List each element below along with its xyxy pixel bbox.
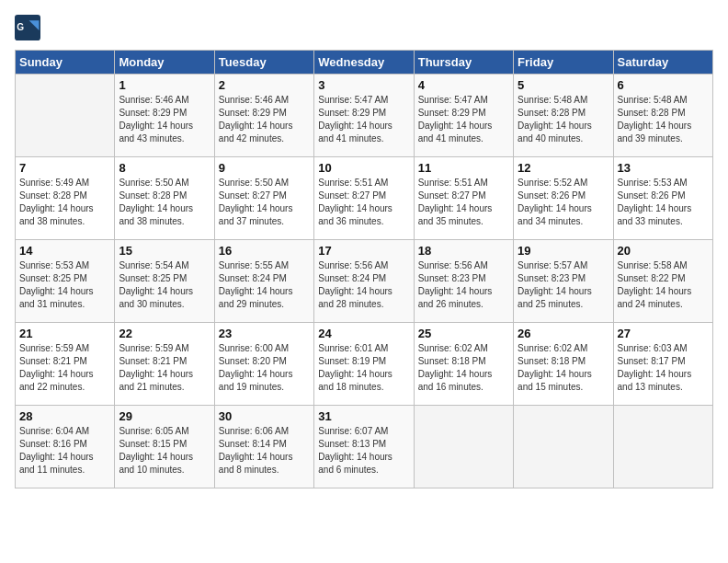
day-number: 9	[219, 161, 310, 175]
weekday-header: Monday	[115, 51, 214, 75]
calendar-cell: 1Sunrise: 5:46 AMSunset: 8:29 PMDaylight…	[115, 75, 214, 157]
day-info: Sunrise: 5:50 AMSunset: 8:27 PMDaylight:…	[219, 177, 310, 228]
day-number: 7	[19, 161, 110, 175]
calendar-table: SundayMondayTuesdayWednesdayThursdayFrid…	[15, 50, 713, 488]
logo: G	[15, 15, 44, 40]
day-info: Sunrise: 5:59 AMSunset: 8:21 PMDaylight:…	[19, 342, 110, 394]
day-number: 14	[19, 244, 110, 258]
day-number: 18	[418, 244, 509, 258]
day-number: 21	[19, 327, 110, 340]
day-info: Sunrise: 6:06 AMSunset: 8:14 PMDaylight:…	[219, 425, 310, 477]
day-info: Sunrise: 5:47 AMSunset: 8:29 PMDaylight:…	[418, 94, 509, 145]
day-info: Sunrise: 5:54 AMSunset: 8:25 PMDaylight:…	[119, 259, 210, 311]
calendar-cell: 21Sunrise: 5:59 AMSunset: 8:21 PMDayligh…	[16, 323, 115, 406]
day-number: 8	[119, 161, 210, 175]
logo-icon: G	[15, 15, 40, 40]
calendar-cell: 19Sunrise: 5:57 AMSunset: 8:23 PMDayligh…	[514, 240, 613, 323]
calendar-cell: 10Sunrise: 5:51 AMSunset: 8:27 PMDayligh…	[314, 157, 414, 240]
day-info: Sunrise: 5:50 AMSunset: 8:28 PMDaylight:…	[119, 177, 210, 228]
day-info: Sunrise: 6:07 AMSunset: 8:13 PMDaylight:…	[318, 425, 409, 477]
calendar-cell	[613, 406, 712, 488]
day-number: 25	[418, 327, 509, 340]
day-number: 19	[518, 244, 609, 258]
day-number: 17	[318, 244, 409, 258]
day-info: Sunrise: 5:46 AMSunset: 8:29 PMDaylight:…	[119, 94, 210, 145]
day-info: Sunrise: 5:49 AMSunset: 8:28 PMDaylight:…	[19, 177, 110, 228]
day-info: Sunrise: 6:05 AMSunset: 8:15 PMDaylight:…	[119, 425, 210, 477]
day-info: Sunrise: 6:04 AMSunset: 8:16 PMDaylight:…	[19, 425, 110, 477]
calendar-cell: 4Sunrise: 5:47 AMSunset: 8:29 PMDaylight…	[414, 75, 513, 157]
calendar-cell: 15Sunrise: 5:54 AMSunset: 8:25 PMDayligh…	[115, 240, 214, 323]
day-number: 12	[518, 161, 609, 175]
calendar-cell: 8Sunrise: 5:50 AMSunset: 8:28 PMDaylight…	[115, 157, 214, 240]
calendar-cell: 6Sunrise: 5:48 AMSunset: 8:28 PMDaylight…	[613, 75, 712, 157]
day-number: 28	[19, 409, 110, 423]
day-info: Sunrise: 6:02 AMSunset: 8:18 PMDaylight:…	[418, 342, 509, 394]
day-number: 31	[318, 409, 409, 423]
weekday-header: Wednesday	[314, 51, 414, 75]
day-info: Sunrise: 5:47 AMSunset: 8:29 PMDaylight:…	[318, 94, 409, 145]
calendar-cell	[414, 406, 513, 488]
day-number: 20	[618, 244, 709, 258]
day-info: Sunrise: 5:48 AMSunset: 8:28 PMDaylight:…	[618, 94, 709, 145]
calendar-cell: 25Sunrise: 6:02 AMSunset: 8:18 PMDayligh…	[414, 323, 513, 406]
calendar-cell: 22Sunrise: 5:59 AMSunset: 8:21 PMDayligh…	[115, 323, 214, 406]
svg-text:G: G	[17, 22, 24, 32]
day-number: 26	[518, 327, 609, 340]
weekday-header: Sunday	[16, 51, 115, 75]
day-info: Sunrise: 5:48 AMSunset: 8:28 PMDaylight:…	[518, 94, 609, 145]
day-number: 1	[119, 78, 210, 92]
calendar-week-row: 1Sunrise: 5:46 AMSunset: 8:29 PMDaylight…	[16, 75, 713, 157]
calendar-cell: 11Sunrise: 5:51 AMSunset: 8:27 PMDayligh…	[414, 157, 513, 240]
day-info: Sunrise: 5:59 AMSunset: 8:21 PMDaylight:…	[119, 342, 210, 394]
day-number: 24	[318, 327, 409, 340]
calendar-cell: 9Sunrise: 5:50 AMSunset: 8:27 PMDaylight…	[214, 157, 313, 240]
calendar-cell: 18Sunrise: 5:56 AMSunset: 8:23 PMDayligh…	[414, 240, 513, 323]
calendar-cell: 2Sunrise: 5:46 AMSunset: 8:29 PMDaylight…	[214, 75, 313, 157]
day-info: Sunrise: 6:02 AMSunset: 8:18 PMDaylight:…	[518, 342, 609, 394]
day-number: 16	[219, 244, 310, 258]
day-info: Sunrise: 6:01 AMSunset: 8:19 PMDaylight:…	[318, 342, 409, 394]
day-number: 5	[518, 78, 609, 92]
day-info: Sunrise: 5:51 AMSunset: 8:27 PMDaylight:…	[318, 177, 409, 228]
calendar-cell: 7Sunrise: 5:49 AMSunset: 8:28 PMDaylight…	[16, 157, 115, 240]
calendar-cell: 16Sunrise: 5:55 AMSunset: 8:24 PMDayligh…	[214, 240, 313, 323]
day-number: 4	[418, 78, 509, 92]
calendar-cell: 17Sunrise: 5:56 AMSunset: 8:24 PMDayligh…	[314, 240, 414, 323]
day-number: 29	[119, 409, 210, 423]
day-info: Sunrise: 6:03 AMSunset: 8:17 PMDaylight:…	[618, 342, 709, 394]
calendar-week-row: 14Sunrise: 5:53 AMSunset: 8:25 PMDayligh…	[16, 240, 713, 323]
day-number: 10	[318, 161, 409, 175]
calendar-cell: 26Sunrise: 6:02 AMSunset: 8:18 PMDayligh…	[514, 323, 613, 406]
weekday-header: Tuesday	[214, 51, 313, 75]
day-number: 6	[618, 78, 709, 92]
calendar-cell: 28Sunrise: 6:04 AMSunset: 8:16 PMDayligh…	[16, 406, 115, 488]
day-number: 27	[618, 327, 709, 340]
calendar-cell: 12Sunrise: 5:52 AMSunset: 8:26 PMDayligh…	[514, 157, 613, 240]
day-number: 15	[119, 244, 210, 258]
day-number: 11	[418, 161, 509, 175]
calendar-cell	[16, 75, 115, 157]
weekday-header: Thursday	[414, 51, 513, 75]
calendar-cell: 14Sunrise: 5:53 AMSunset: 8:25 PMDayligh…	[16, 240, 115, 323]
calendar-cell: 23Sunrise: 6:00 AMSunset: 8:20 PMDayligh…	[214, 323, 313, 406]
day-info: Sunrise: 5:53 AMSunset: 8:25 PMDaylight:…	[19, 259, 110, 311]
day-info: Sunrise: 5:58 AMSunset: 8:22 PMDaylight:…	[618, 259, 709, 311]
day-info: Sunrise: 5:46 AMSunset: 8:29 PMDaylight:…	[219, 94, 310, 145]
calendar-week-row: 28Sunrise: 6:04 AMSunset: 8:16 PMDayligh…	[16, 406, 713, 488]
day-number: 13	[618, 161, 709, 175]
day-info: Sunrise: 5:56 AMSunset: 8:23 PMDaylight:…	[418, 259, 509, 311]
weekday-header: Saturday	[613, 51, 712, 75]
weekday-header: Friday	[514, 51, 613, 75]
calendar-cell: 24Sunrise: 6:01 AMSunset: 8:19 PMDayligh…	[314, 323, 414, 406]
calendar-cell: 20Sunrise: 5:58 AMSunset: 8:22 PMDayligh…	[613, 240, 712, 323]
page-header: G	[15, 15, 713, 40]
day-info: Sunrise: 5:53 AMSunset: 8:26 PMDaylight:…	[618, 177, 709, 228]
day-info: Sunrise: 5:51 AMSunset: 8:27 PMDaylight:…	[418, 177, 509, 228]
day-number: 2	[219, 78, 310, 92]
day-number: 30	[219, 409, 310, 423]
day-number: 22	[119, 327, 210, 340]
calendar-cell: 13Sunrise: 5:53 AMSunset: 8:26 PMDayligh…	[613, 157, 712, 240]
day-info: Sunrise: 5:52 AMSunset: 8:26 PMDaylight:…	[518, 177, 609, 228]
day-info: Sunrise: 5:57 AMSunset: 8:23 PMDaylight:…	[518, 259, 609, 311]
